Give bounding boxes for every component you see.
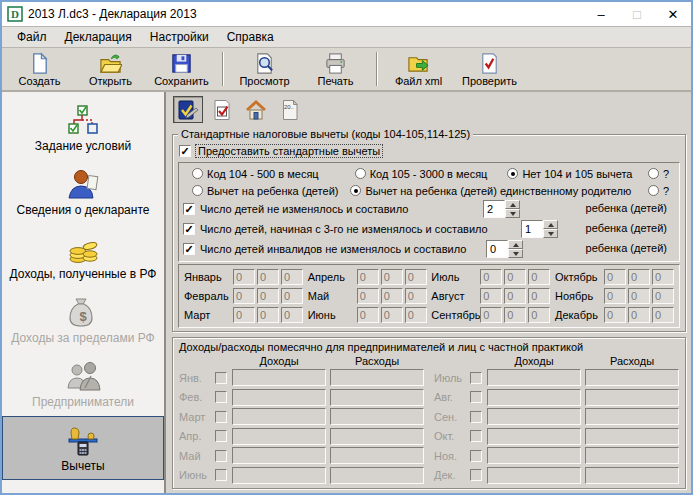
month-input[interactable]: [233, 288, 255, 304]
income-input[interactable]: [232, 369, 326, 386]
month-input[interactable]: [628, 269, 650, 285]
month-input[interactable]: [281, 269, 303, 285]
business-month-checkbox[interactable]: [470, 411, 482, 423]
month-input[interactable]: [257, 269, 279, 285]
month-input[interactable]: [604, 307, 626, 323]
expense-input[interactable]: [330, 389, 424, 406]
expense-input[interactable]: [585, 408, 679, 425]
spin-up-button[interactable]: [508, 240, 523, 249]
radio-help-2[interactable]: ?: [648, 185, 669, 197]
income-input[interactable]: [487, 389, 581, 406]
radio-help-1[interactable]: ?: [648, 168, 669, 180]
month-input[interactable]: [480, 288, 502, 304]
month-input[interactable]: [652, 288, 674, 304]
business-month-checkbox[interactable]: [470, 391, 482, 403]
month-input[interactable]: [357, 269, 379, 285]
month-input[interactable]: [281, 307, 303, 323]
close-button[interactable]: ✕: [655, 2, 691, 26]
create-button[interactable]: Создать: [4, 49, 75, 89]
month-input[interactable]: [504, 269, 526, 285]
month-input[interactable]: [257, 307, 279, 323]
expense-input[interactable]: [330, 369, 424, 386]
income-input[interactable]: [232, 467, 326, 484]
open-button[interactable]: Открыть: [75, 49, 146, 89]
expense-input[interactable]: [585, 428, 679, 445]
month-input[interactable]: [381, 307, 403, 323]
spin-up-button[interactable]: [543, 220, 558, 229]
expense-input[interactable]: [585, 467, 679, 484]
radio-no-104-105[interactable]: Нет 104 и 105 вычета: [507, 168, 632, 180]
xml-file-button[interactable]: Файл xml: [383, 49, 454, 89]
spin-down-button[interactable]: [543, 229, 558, 238]
income-input[interactable]: [487, 467, 581, 484]
month-input[interactable]: [405, 269, 427, 285]
sidebar-item-deductions[interactable]: Вычеты: [2, 416, 164, 480]
radio-child-deduction-single-parent[interactable]: Вычет на ребенка (детей) единственному р…: [350, 185, 631, 197]
tab-social-deductions[interactable]: [207, 96, 237, 123]
month-input[interactable]: [233, 307, 255, 323]
business-month-checkbox[interactable]: [470, 372, 482, 384]
expense-input[interactable]: [330, 428, 424, 445]
business-month-checkbox[interactable]: [215, 430, 227, 442]
month-input[interactable]: [652, 307, 674, 323]
tab-standard-deductions[interactable]: [173, 96, 203, 123]
verify-button[interactable]: Проверить: [454, 49, 525, 89]
radio-child-deduction[interactable]: Вычет на ребенка (детей): [192, 185, 338, 197]
menu-declaration[interactable]: Декларация: [56, 28, 141, 46]
business-month-checkbox[interactable]: [215, 391, 227, 403]
income-input[interactable]: [487, 428, 581, 445]
month-input[interactable]: [628, 307, 650, 323]
save-button[interactable]: Сохранить: [146, 49, 217, 89]
month-input[interactable]: [528, 307, 550, 323]
spin-down-button[interactable]: [508, 249, 523, 258]
income-input[interactable]: [232, 447, 326, 464]
month-input[interactable]: [480, 269, 502, 285]
tab-losses[interactable]: 20..: [275, 96, 305, 123]
expense-input[interactable]: [585, 389, 679, 406]
expense-input[interactable]: [330, 467, 424, 484]
preview-button[interactable]: Просмотр: [229, 49, 300, 89]
children-count-input[interactable]: [483, 200, 505, 218]
sidebar-item-conditions[interactable]: Задание условий: [2, 96, 164, 160]
disabled-children-checkbox[interactable]: ✓: [183, 243, 195, 255]
business-month-checkbox[interactable]: [470, 450, 482, 462]
income-input[interactable]: [487, 369, 581, 386]
radio-code-104[interactable]: Код 104 - 500 в месяц: [192, 168, 319, 180]
children-from-third-input[interactable]: [521, 220, 543, 238]
business-month-checkbox[interactable]: [215, 469, 227, 481]
expense-input[interactable]: [330, 447, 424, 464]
month-input[interactable]: [528, 269, 550, 285]
sidebar-item-declarant[interactable]: Сведения о декларанте: [2, 160, 164, 224]
menu-settings[interactable]: Настройки: [141, 28, 218, 46]
expense-input[interactable]: [585, 369, 679, 386]
income-input[interactable]: [232, 428, 326, 445]
spin-up-button[interactable]: [505, 200, 520, 209]
children-count-checkbox[interactable]: ✓: [183, 203, 195, 215]
month-input[interactable]: [480, 307, 502, 323]
tab-property-deductions[interactable]: [241, 96, 271, 123]
income-input[interactable]: [487, 408, 581, 425]
spin-down-button[interactable]: [505, 209, 520, 218]
month-input[interactable]: [604, 269, 626, 285]
business-month-checkbox[interactable]: [215, 450, 227, 462]
month-input[interactable]: [405, 288, 427, 304]
month-input[interactable]: [604, 288, 626, 304]
provide-deductions-checkbox[interactable]: ✓: [179, 145, 191, 157]
business-month-checkbox[interactable]: [215, 411, 227, 423]
month-input[interactable]: [357, 307, 379, 323]
minimize-button[interactable]: –: [583, 2, 619, 26]
month-input[interactable]: [381, 269, 403, 285]
expense-input[interactable]: [585, 447, 679, 464]
maximize-button[interactable]: □: [619, 2, 655, 26]
month-input[interactable]: [381, 288, 403, 304]
month-input[interactable]: [257, 288, 279, 304]
menu-help[interactable]: Справка: [218, 28, 283, 46]
radio-code-105[interactable]: Код 105 - 3000 в месяц: [355, 168, 488, 180]
business-month-checkbox[interactable]: [215, 372, 227, 384]
month-input[interactable]: [652, 269, 674, 285]
children-from-third-checkbox[interactable]: ✓: [183, 223, 195, 235]
business-month-checkbox[interactable]: [470, 469, 482, 481]
income-input[interactable]: [232, 389, 326, 406]
expense-input[interactable]: [330, 408, 424, 425]
menu-file[interactable]: Файл: [8, 28, 56, 46]
